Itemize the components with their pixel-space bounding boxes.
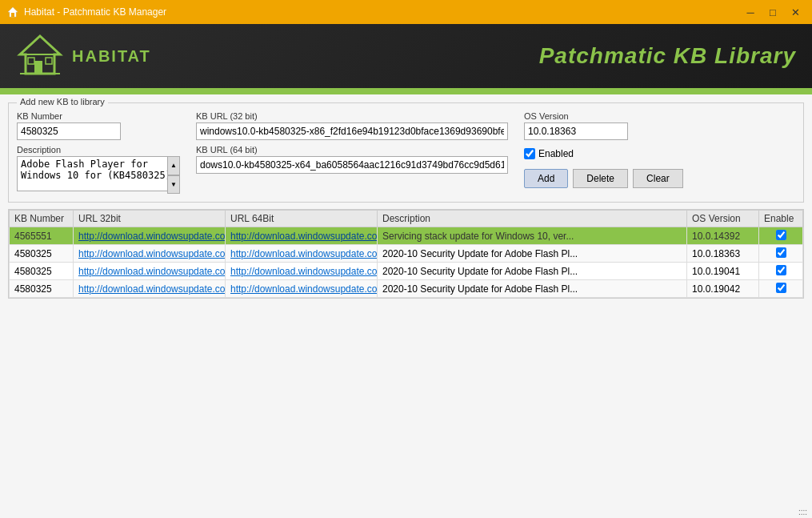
kb-number-label: KB Number — [17, 111, 180, 121]
description-textarea[interactable] — [17, 156, 180, 191]
logo-area: Habitat — [16, 32, 151, 80]
os-version-label: OS Version — [524, 111, 683, 121]
os-version-group: OS Version — [524, 111, 683, 140]
description-group: Description ▲ ▼ — [17, 145, 180, 194]
cell-url32[interactable]: http://download.windowsupdate.com/d/m... — [74, 263, 226, 280]
enabled-checkbox[interactable] — [524, 148, 535, 159]
cell-kb: 4580325 — [10, 263, 74, 280]
app-icon — [6, 6, 19, 18]
minimize-button[interactable]: ─ — [740, 4, 761, 20]
action-buttons: Add Delete Clear — [524, 169, 683, 188]
kb-number-input[interactable] — [17, 122, 121, 140]
row-enable-checkbox[interactable] — [776, 283, 786, 293]
table-row[interactable]: 4580325 http://download.windowsupdate.co… — [10, 245, 803, 263]
cell-os: 10.0.19042 — [687, 280, 759, 298]
close-button[interactable]: ✕ — [785, 4, 806, 20]
cell-enable[interactable] — [759, 263, 803, 280]
svg-rect-2 — [11, 13, 14, 17]
os-version-input[interactable] — [524, 122, 628, 140]
kb-url64-label: KB URL (64 bit) — [196, 145, 508, 155]
col-header-os: OS Version — [687, 211, 759, 227]
cell-kb: 4565551 — [10, 227, 74, 245]
left-col: KB Number Description ▲ ▼ — [17, 111, 180, 194]
cell-url32[interactable]: http://download.windowsupdate.com/d/m... — [74, 280, 226, 298]
clear-button[interactable]: Clear — [633, 169, 683, 188]
cell-desc: 2020-10 Security Update for Adobe Flash … — [378, 245, 687, 263]
cell-enable[interactable] — [759, 280, 803, 298]
svg-rect-7 — [28, 58, 34, 64]
cell-kb: 4580325 — [10, 245, 74, 263]
delete-button[interactable]: Delete — [573, 169, 628, 188]
kb-url32-input[interactable] — [196, 122, 508, 140]
titlebar: Habitat - Patchmatic KB Manager ─ □ ✕ — [0, 0, 812, 24]
cell-url64[interactable]: http://download.windowsupdate.com/c/m... — [226, 227, 378, 245]
table-row[interactable]: 4580325 http://download.windowsupdate.co… — [10, 280, 803, 298]
table-header-row: KB Number URL 32bit URL 64Bit Descriptio… — [10, 211, 803, 227]
svg-rect-8 — [46, 58, 52, 64]
cell-os: 10.0.18363 — [687, 245, 759, 263]
col-header-desc: Description — [378, 211, 687, 227]
form-panel-title: Add new KB to library — [17, 97, 108, 106]
main-content: Add new KB to library KB Number Descript… — [0, 94, 812, 518]
titlebar-controls: ─ □ ✕ — [740, 4, 806, 20]
row-enable-checkbox[interactable] — [776, 265, 786, 275]
form-row: KB Number Description ▲ ▼ — [17, 111, 795, 194]
description-area: ▲ ▼ — [17, 156, 180, 194]
table-row[interactable]: 4565551 http://download.windowsupdate.co… — [10, 227, 803, 245]
right-col: OS Version Enabled Add Delete Clear — [524, 111, 683, 188]
cell-enable[interactable] — [759, 245, 803, 263]
enabled-row: Enabled — [524, 148, 683, 159]
description-label: Description — [17, 145, 180, 155]
header: Habitat Patchmatic KB Library — [0, 24, 812, 88]
maximize-button[interactable]: □ — [762, 4, 783, 20]
app-title: Patchmatic KB Library — [539, 43, 796, 69]
window-title: Habitat - Patchmatic KB Manager — [24, 6, 166, 18]
logo-icon — [16, 32, 64, 80]
enabled-label: Enabled — [538, 148, 574, 159]
scroll-arrows: ▲ ▼ — [167, 156, 180, 194]
kb-url32-group: KB URL (32 bit) — [196, 111, 508, 140]
scroll-down-arrow[interactable]: ▼ — [167, 175, 180, 195]
table-row[interactable]: 4580325 http://download.windowsupdate.co… — [10, 263, 803, 280]
kb-url64-input[interactable] — [196, 156, 508, 174]
cell-url64[interactable]: http://download.windowsupdate.com/d/m... — [226, 280, 378, 298]
cell-desc: 2020-10 Security Update for Adobe Flash … — [378, 263, 687, 280]
cell-kb: 4580325 — [10, 280, 74, 298]
logo-text: Habitat — [72, 47, 151, 66]
col-header-enable: Enable — [759, 211, 803, 227]
data-table: KB Number URL 32bit URL 64Bit Descriptio… — [9, 210, 803, 298]
cell-enable[interactable] — [759, 227, 803, 245]
cell-os: 10.0.14392 — [687, 227, 759, 245]
scroll-up-arrow[interactable]: ▲ — [167, 156, 180, 175]
row-enable-checkbox[interactable] — [776, 247, 786, 258]
add-button[interactable]: Add — [524, 169, 568, 188]
col-header-kb: KB Number — [10, 211, 74, 227]
accent-bar — [0, 88, 812, 94]
cell-os: 10.0.19041 — [687, 263, 759, 280]
table-container: KB Number URL 32bit URL 64Bit Descriptio… — [8, 209, 804, 299]
row-enable-checkbox[interactable] — [776, 230, 786, 240]
col-header-url32: URL 32bit — [74, 211, 226, 227]
kb-url32-label: KB URL (32 bit) — [196, 111, 508, 121]
middle-col: KB URL (32 bit) KB URL (64 bit) — [196, 111, 508, 174]
cell-url32[interactable]: http://download.windowsupdate.com/d/m... — [74, 245, 226, 263]
status-bar: :::: — [794, 506, 812, 518]
cell-url32[interactable]: http://download.windowsupdate.com/c/m... — [74, 227, 226, 245]
kb-number-group: KB Number — [17, 111, 180, 140]
titlebar-left: Habitat - Patchmatic KB Manager — [6, 6, 166, 18]
cell-url64[interactable]: http://download.windowsupdate.com/d/m... — [226, 245, 378, 263]
col-header-url64: URL 64Bit — [226, 211, 378, 227]
cell-desc: Servicing stack update for Windows 10, v… — [378, 227, 687, 245]
svg-rect-6 — [34, 61, 42, 74]
cell-desc: 2020-10 Security Update for Adobe Flash … — [378, 280, 687, 298]
kb-url64-group: KB URL (64 bit) — [196, 145, 508, 174]
cell-url64[interactable]: http://download.windowsupdate.com/d/m... — [226, 263, 378, 280]
form-panel: Add new KB to library KB Number Descript… — [8, 102, 804, 203]
